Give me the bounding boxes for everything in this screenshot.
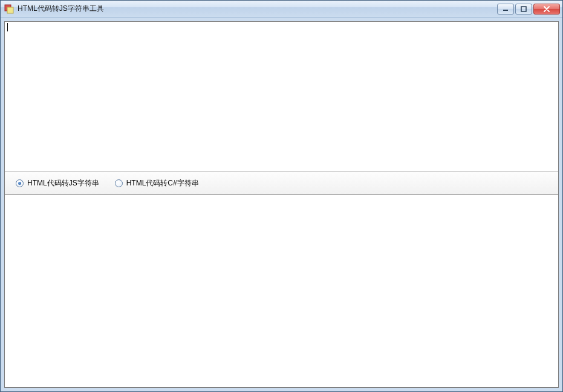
close-button[interactable] <box>533 4 560 14</box>
svg-rect-1 <box>7 7 13 13</box>
content-frame: HTML代码转JS字符串 HTML代码转C#字符串 <box>4 21 559 388</box>
titlebar[interactable]: HTML代码转JS字符串工具 <box>1 1 562 18</box>
svg-rect-3 <box>521 7 526 11</box>
maximize-button[interactable] <box>515 4 532 14</box>
radio-cs-option[interactable]: HTML代码转C#字符串 <box>115 178 199 188</box>
maximize-icon <box>521 6 527 12</box>
minimize-button[interactable] <box>497 4 514 14</box>
radio-js-label: HTML代码转JS字符串 <box>27 178 99 188</box>
radio-icon <box>115 179 123 187</box>
minimize-icon <box>503 6 509 12</box>
window-title: HTML代码转JS字符串工具 <box>18 4 104 14</box>
app-icon <box>4 4 14 14</box>
radio-cs-label: HTML代码转C#字符串 <box>126 178 199 188</box>
radio-js-option[interactable]: HTML代码转JS字符串 <box>16 178 99 188</box>
close-icon <box>543 6 550 12</box>
input-panel <box>5 22 558 171</box>
output-panel <box>5 195 558 387</box>
options-bar: HTML代码转JS字符串 HTML代码转C#字符串 <box>5 171 558 195</box>
app-window: HTML代码转JS字符串工具 <box>0 0 563 392</box>
client-area: HTML代码转JS字符串 HTML代码转C#字符串 <box>1 18 562 391</box>
window-controls <box>497 4 560 14</box>
html-input[interactable] <box>5 22 558 171</box>
svg-rect-2 <box>503 10 508 11</box>
radio-icon <box>16 179 24 187</box>
